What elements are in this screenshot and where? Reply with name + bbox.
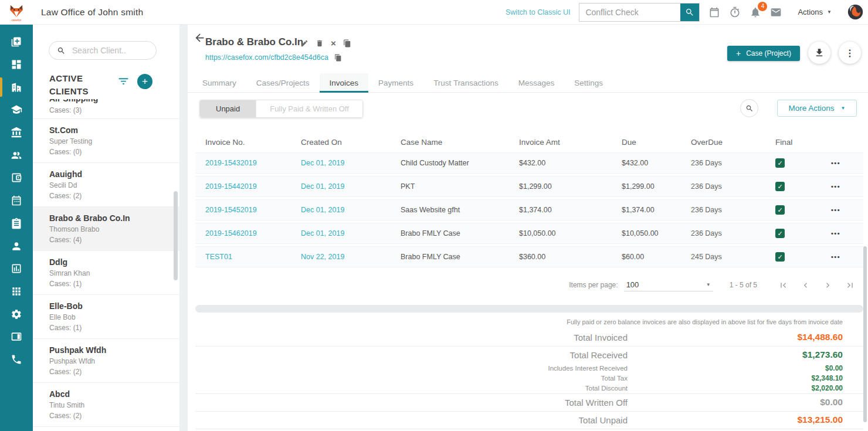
list-item-brabo-brabo-co-in[interactable]: Brabo & Brabo Co.In Thomson Brabo Cases:… — [33, 207, 179, 251]
final-checkbox[interactable]: ✓ — [775, 158, 785, 168]
created-on-link[interactable]: Dec 01, 2019 — [291, 229, 391, 237]
client-contact: Simran Khan — [49, 269, 174, 277]
invoice-number-link[interactable]: 2019-15432019 — [195, 159, 291, 167]
list-item-aauighd[interactable]: Aauighd Secili Dd Cases: (2) — [33, 163, 179, 207]
contacts-icon[interactable] — [0, 144, 33, 167]
duplicate-client-button[interactable] — [343, 39, 351, 47]
add-case-project-button[interactable]: + Case (Project) — [727, 46, 800, 61]
actions-dropdown[interactable]: Actions ▼ — [794, 7, 835, 17]
final-checkbox[interactable]: ✓ — [775, 182, 785, 191]
add-note-icon[interactable] — [0, 30, 33, 53]
casefox-logo[interactable]: casefox — [0, 0, 33, 24]
list-item-aparna-saraf[interactable]: Aparna Saraf — [33, 427, 179, 431]
last-page-button[interactable] — [845, 280, 855, 290]
prev-page-button[interactable] — [801, 280, 811, 290]
created-on-link[interactable]: Nov 22, 2019 — [291, 253, 391, 261]
unpaid-toggle[interactable]: Unpaid — [200, 100, 256, 117]
list-item-partial[interactable]: Air Shipping Cases: (3) — [33, 99, 179, 119]
next-page-button[interactable] — [823, 280, 833, 290]
edit-client-button[interactable] — [300, 39, 308, 47]
created-on-link[interactable]: Dec 01, 2019 — [291, 159, 391, 167]
tab-cases-projects[interactable]: Cases/Projects — [246, 73, 320, 93]
list-item-ddlg[interactable]: Ddlg Simran Khan Cases: (1) — [33, 251, 179, 295]
page-scrollbar[interactable] — [863, 246, 867, 422]
list-item-elle-bob[interactable]: Elle-Bob Elle Bob Cases: (1) — [33, 295, 179, 339]
first-page-button[interactable] — [778, 280, 788, 290]
invoice-number-link[interactable]: 2019-15452019 — [195, 206, 291, 214]
tab-invoices[interactable]: Invoices — [320, 73, 369, 93]
conflict-search-button[interactable] — [680, 4, 699, 21]
reports-icon[interactable] — [0, 257, 33, 280]
created-on-link[interactable]: Dec 01, 2019 — [291, 206, 391, 214]
invoice-number-link[interactable]: 2019-15442019 — [195, 182, 291, 191]
settings-icon[interactable] — [0, 303, 33, 325]
dashboard-icon[interactable] — [0, 53, 33, 76]
bank-icon[interactable] — [0, 121, 33, 144]
client-cases: Cases: (2) — [49, 192, 174, 200]
tab-settings[interactable]: Settings — [564, 73, 613, 93]
client-search-input[interactable] — [71, 45, 147, 56]
phone-icon[interactable] — [0, 348, 33, 371]
chevron-right-icon — [823, 280, 833, 290]
overdue-cell: 245 Days — [681, 253, 765, 261]
list-item-abcd[interactable]: Abcd Tintu Smith Cases: (2) — [33, 383, 179, 427]
title-actions: × — [300, 39, 351, 48]
office-building-icon[interactable] — [0, 76, 33, 99]
more-actions-button[interactable]: More Actions ▼ — [777, 100, 857, 117]
download-button[interactable] — [808, 42, 830, 64]
row-menu-button[interactable]: ••• — [831, 206, 863, 213]
copy-icon — [343, 39, 351, 47]
conflict-check-input[interactable] — [579, 4, 680, 21]
final-checkbox[interactable]: ✓ — [775, 205, 785, 215]
client-contact: Super Testing — [49, 137, 174, 145]
avatar[interactable] — [847, 4, 863, 20]
list-item-pushpak-wfdh[interactable]: Pushpak Wfdh Pushpak Wfdh Cases: (2) — [33, 339, 179, 383]
switch-classic-ui-link[interactable]: Switch to Classic UI — [506, 8, 570, 16]
tasks-icon[interactable] — [0, 212, 33, 235]
horizontal-scrollbar[interactable] — [195, 305, 863, 313]
search-invoices-button[interactable] — [740, 99, 758, 117]
row-menu-button[interactable]: ••• — [831, 253, 863, 260]
client-list-scrollbar[interactable] — [174, 191, 178, 280]
items-per-page-select[interactable]: 100 ▼ — [624, 279, 713, 291]
total-label: Total Received — [195, 350, 628, 360]
tab-messages[interactable]: Messages — [508, 73, 565, 93]
filter-clients-button[interactable] — [117, 75, 130, 87]
notifications-bell-icon[interactable]: 4 — [750, 6, 761, 18]
invoice-number-link[interactable]: TEST01 — [195, 253, 291, 261]
fully-paid-toggle[interactable]: Fully Paid & Written Off — [256, 100, 362, 117]
billing-card-icon[interactable] — [0, 325, 33, 348]
education-icon[interactable] — [0, 99, 33, 121]
list-item-st-com[interactable]: St.Com Super Testing Cases: (0) — [33, 119, 179, 163]
wallet-icon[interactable] — [0, 167, 33, 189]
timer-icon[interactable] — [729, 6, 741, 18]
client-icon[interactable] — [0, 235, 33, 257]
page-title: Brabo & Brabo Co.In — [205, 36, 303, 48]
add-client-button[interactable]: + — [137, 74, 152, 89]
copy-url-button[interactable] — [334, 54, 342, 62]
delete-client-button[interactable] — [316, 39, 324, 47]
row-menu-button[interactable]: ••• — [831, 230, 863, 237]
row-menu-button[interactable]: ••• — [831, 183, 863, 190]
tab-trust-transactions[interactable]: Trust Transactions — [423, 73, 508, 93]
client-url[interactable]: https://casefox.com/cfbd2c8e454d6ca — [205, 53, 328, 62]
mail-icon[interactable] — [770, 6, 782, 18]
close-client-button[interactable]: × — [331, 39, 336, 48]
final-checkbox[interactable]: ✓ — [775, 252, 785, 262]
table-header-row: Invoice No. Created On Case Name Invoice… — [195, 133, 863, 151]
invoice-number-link[interactable]: 2019-15462019 — [195, 229, 291, 237]
client-name: Elle-Bob — [49, 301, 174, 311]
total-row-total-tax: Total Tax $2,348.10 — [195, 374, 863, 384]
row-menu-button[interactable]: ••• — [831, 159, 863, 167]
calendar-topbar-icon[interactable] — [708, 6, 720, 18]
overflow-menu-button[interactable]: ⋮ — [839, 42, 861, 64]
table-row: 2019-15432019 Dec 01, 2019 Child Custody… — [195, 152, 863, 174]
tab-payments[interactable]: Payments — [368, 73, 423, 93]
client-cases: Cases: (4) — [49, 236, 174, 244]
apps-grid-icon[interactable] — [0, 280, 33, 303]
created-on-link[interactable]: Dec 01, 2019 — [291, 182, 391, 191]
client-cases: Cases: (0) — [49, 148, 174, 156]
final-checkbox[interactable]: ✓ — [775, 229, 785, 238]
tab-summary[interactable]: Summary — [192, 73, 246, 93]
calendar-icon[interactable] — [0, 189, 33, 212]
